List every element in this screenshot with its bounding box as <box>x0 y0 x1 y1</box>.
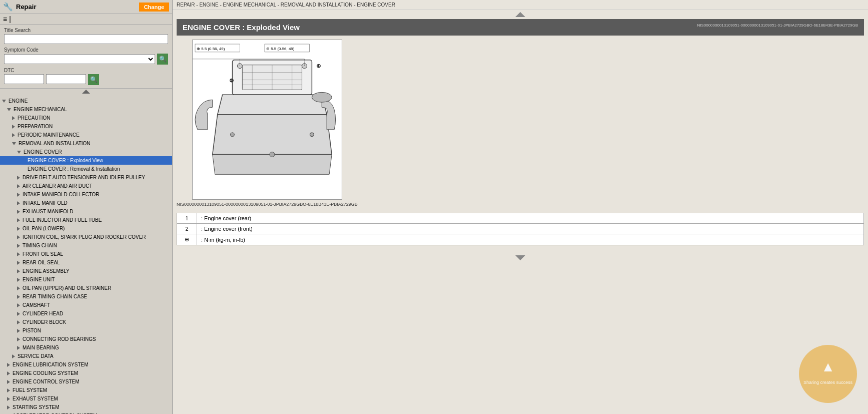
tree-item-label-preparation: PREPARATION <box>18 123 53 130</box>
tree-item-label-periodic-maintenance: PERIODIC MAINTENANCE <box>18 131 80 139</box>
svg-point-17 <box>312 92 332 102</box>
tree-item-rear-oil-seal[interactable]: REAR OIL SEAL <box>0 258 172 267</box>
expand-icon-engine-assembly <box>17 269 20 273</box>
sidebar: 🔧 Repair Change ≡ | Title Search Symptom… <box>0 0 173 414</box>
engine-svg: ⊕ 5.5 (0.56, 49) ⊕ 5.5 (0.56, 49) ① <box>193 40 342 199</box>
tree-item-cylinder-block[interactable]: CYLINDER BLOCK <box>0 318 172 326</box>
tree-item-label-camshaft: CAMSHAFT <box>23 301 50 309</box>
tree-item-starting-system[interactable]: STARTING SYSTEM <box>0 403 172 411</box>
tree-item-engine-cooling[interactable]: ENGINE COOLING SYSTEM <box>0 369 172 377</box>
tree-item-engine-unit[interactable]: ENGINE UNIT <box>0 275 172 284</box>
tree-item-fuel-injector[interactable]: FUEL INJECTOR AND FUEL TUBE <box>0 216 172 224</box>
part-description: : N·m (kg-m, in-lb) <box>197 234 864 245</box>
expand-icon-air-cleaner <box>17 184 20 188</box>
tree-item-label-engine: ENGINE <box>9 97 28 105</box>
tree-item-accelerator[interactable]: ACCELERATOR CONTROL SYSTEM <box>0 411 172 414</box>
dtc-input-1[interactable] <box>4 74 44 84</box>
tree-item-front-oil-seal[interactable]: FRONT OIL SEAL <box>0 250 172 258</box>
tree-item-label-rear-oil-seal: REAR OIL SEAL <box>23 259 60 266</box>
tree-item-label-engine-cover-exploded: ENGINE COVER : Exploded View <box>28 157 103 164</box>
tree-item-connecting-rod[interactable]: CONNECTING ROD BEARINGS <box>0 335 172 343</box>
tree-item-label-fuel-injector: FUEL INJECTOR AND FUEL TUBE <box>23 216 102 224</box>
tree-item-engine-assembly[interactable]: ENGINE ASSEMBLY <box>0 267 172 275</box>
expand-icon-piston <box>17 329 20 333</box>
tree-item-label-intake-manifold: INTAKE MANIFOLD <box>23 199 68 207</box>
tree-item-intake-manifold-collector[interactable]: INTAKE MANIFOLD COLLECTOR <box>0 190 172 199</box>
tree-item-label-front-oil-seal: FRONT OIL SEAL <box>23 250 63 258</box>
expand-icon-intake-manifold <box>17 201 20 205</box>
tree-item-label-intake-manifold-collector: INTAKE MANIFOLD COLLECTOR <box>23 191 100 198</box>
tree-item-piston[interactable]: PISTON <box>0 326 172 335</box>
parts-row: ⊕: N·m (kg-m, in-lb) <box>177 234 864 245</box>
tree-item-removal-installation[interactable]: REMOVAL AND INSTALLATION <box>0 139 172 148</box>
tree-item-periodic-maintenance[interactable]: PERIODIC MAINTENANCE <box>0 131 172 139</box>
tree-item-cylinder-head[interactable]: CYLINDER HEAD <box>0 309 172 318</box>
tree-item-label-piston: PISTON <box>23 327 41 334</box>
tree-item-label-ignition-coil: IGNITION COIL, SPARK PLUG AND ROCKER COV… <box>23 233 146 241</box>
title-search-input[interactable] <box>4 34 168 44</box>
tree-item-intake-manifold[interactable]: INTAKE MANIFOLD <box>0 199 172 207</box>
expand-icon-cylinder-block <box>17 320 20 324</box>
tree-item-engine-cover-removal[interactable]: ENGINE COVER : Removal & Installation <box>0 165 172 173</box>
tree-item-label-timing-chain: TIMING CHAIN <box>23 242 57 249</box>
tree-item-ignition-coil[interactable]: IGNITION COIL, SPARK PLUG AND ROCKER COV… <box>0 233 172 241</box>
tool-icon-2: | <box>9 15 11 23</box>
svg-text:Sharing creates success: Sharing creates success <box>803 380 853 385</box>
tree-item-label-main-bearing: MAIN BEARING <box>23 344 59 351</box>
nav-arrow-bottom[interactable] <box>177 249 864 260</box>
expand-icon-fuel-injector <box>17 218 20 222</box>
nav-down-icon[interactable] <box>515 255 525 260</box>
expand-icon-oil-pan-lower <box>17 227 20 231</box>
tree-item-fuel-system[interactable]: FUEL SYSTEM <box>0 386 172 394</box>
expand-icon-starting-system <box>7 405 10 409</box>
sidebar-tools: ≡ | <box>0 14 172 25</box>
tree-item-engine-cover-exploded[interactable]: ENGINE COVER : Exploded View <box>0 156 172 165</box>
expand-icon-rear-timing <box>17 295 20 299</box>
tree-item-engine[interactable]: ENGINE <box>0 97 172 105</box>
collapse-arrow-top[interactable] <box>0 89 172 95</box>
tree-item-engine-control[interactable]: ENGINE CONTROL SYSTEM <box>0 377 172 386</box>
tree-item-oil-pan-lower[interactable]: OIL PAN (LOWER) <box>0 224 172 233</box>
tree-item-precaution[interactable]: PRECAUTION <box>0 114 172 122</box>
part-description: : Engine cover (rear) <box>197 213 864 224</box>
dtc-label: DTC <box>4 68 168 73</box>
tree-item-label-accelerator: ACCELERATOR CONTROL SYSTEM <box>13 412 97 414</box>
tree-item-drive-belt[interactable]: DRIVE BELT AUTO TENSIONER AND IDLER PULL… <box>0 173 172 182</box>
expand-icon-periodic-maintenance <box>12 133 15 137</box>
tree-item-label-oil-pan-upper: OIL PAN (UPPER) AND OIL STRAINER <box>23 284 111 292</box>
tree-item-main-bearing[interactable]: MAIN BEARING <box>0 343 172 352</box>
title-search-label: Title Search <box>4 28 168 33</box>
dtc-input-2[interactable] <box>46 74 86 84</box>
change-button[interactable]: Change <box>139 3 169 12</box>
engine-diagram: ⊕ 5.5 (0.56, 49) ⊕ 5.5 (0.56, 49) ① <box>192 40 342 200</box>
expand-icon-front-oil-seal <box>17 252 20 256</box>
expand-icon-engine-lube <box>7 363 10 367</box>
tree-item-label-engine-mechanical: ENGINE MECHANICAL <box>14 106 67 113</box>
tree-item-service-data[interactable]: SERVICE DATA <box>0 352 172 360</box>
expand-icon-engine-cooling <box>7 371 10 375</box>
tree-item-engine-lube[interactable]: ENGINE LUBRICATION SYSTEM <box>0 360 172 369</box>
tree-item-preparation[interactable]: PREPARATION <box>0 122 172 131</box>
watermark: ▲ Sharing creates success <box>798 344 858 404</box>
tree-item-air-cleaner[interactable]: AIR CLEANER AND AIR DUCT <box>0 182 172 190</box>
svg-text:▲: ▲ <box>821 359 835 374</box>
expand-icon-ignition-coil <box>17 235 20 239</box>
svg-text:②: ② <box>230 79 234 84</box>
svg-point-20 <box>270 152 275 157</box>
tree-item-engine-mechanical[interactable]: ENGINE MECHANICAL <box>0 105 172 114</box>
symptom-search-button[interactable]: 🔍 <box>157 54 168 65</box>
tree-item-rear-timing[interactable]: REAR TIMING CHAIN CASE <box>0 292 172 301</box>
collapse-icon-removal-installation <box>12 142 16 145</box>
tree-item-timing-chain[interactable]: TIMING CHAIN <box>0 241 172 250</box>
nav-up-icon[interactable] <box>515 12 525 17</box>
tree-item-exhaust-manifold[interactable]: EXHAUST MANIFOLD <box>0 207 172 216</box>
tree-item-label-engine-cover-removal: ENGINE COVER : Removal & Installation <box>28 165 120 173</box>
tree-item-engine-cover[interactable]: ENGINE COVER <box>0 148 172 156</box>
tree-item-exhaust-system[interactable]: EXHAUST SYSTEM <box>0 394 172 403</box>
dtc-search-button[interactable]: 🔍 <box>88 74 99 85</box>
collapse-icon-engine-cover <box>17 151 21 154</box>
tree-item-camshaft[interactable]: CAMSHAFT <box>0 301 172 309</box>
symptom-code-select[interactable] <box>4 54 155 64</box>
tree-item-oil-pan-upper[interactable]: OIL PAN (UPPER) AND OIL STRAINER <box>0 284 172 292</box>
nav-arrow-top[interactable] <box>177 12 864 17</box>
